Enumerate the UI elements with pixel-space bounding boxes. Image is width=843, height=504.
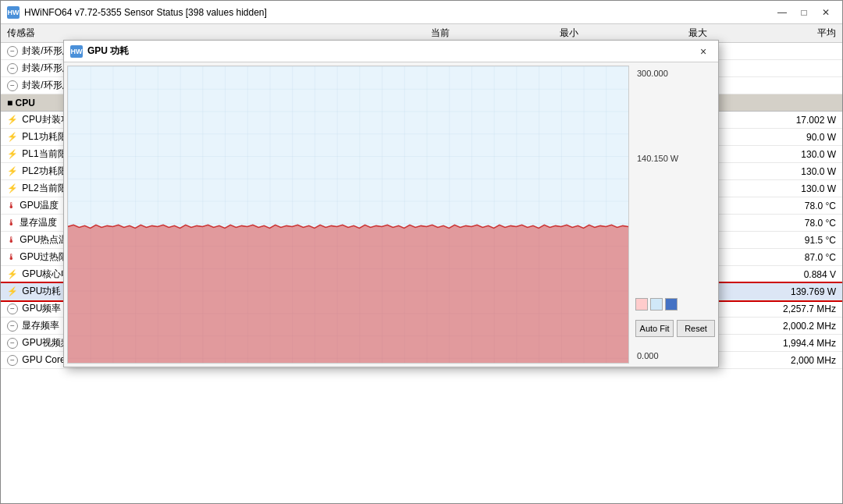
lightning-icon: ⚡ — [7, 286, 18, 296]
close-button[interactable]: ✕ — [816, 5, 836, 20]
avg-val: 139.769 W — [713, 283, 842, 300]
avg-val: 130.0 W — [713, 146, 842, 163]
avg-val — [713, 77, 842, 94]
minus-icon: − — [7, 355, 18, 366]
minimize-button[interactable]: — — [772, 5, 792, 20]
color-box-blue[interactable] — [665, 298, 678, 311]
window-title: HWiNFO64 v7.72-5355 Sensor Status [398 v… — [24, 7, 772, 18]
temp-icon: 🌡 — [7, 252, 16, 261]
lightning-icon: ⚡ — [7, 132, 18, 141]
maximize-button[interactable]: □ — [794, 5, 814, 20]
dialog-title-bar: HW GPU 功耗 × — [64, 41, 718, 62]
avg-val: 91.5 °C — [713, 232, 842, 249]
lightning-icon: ⚡ — [7, 269, 18, 279]
avg-val: 2,257.7 MHz — [713, 300, 842, 318]
minus-icon: − — [7, 321, 18, 332]
dialog-body: 300.000 140.150 W Auto Fit Reset 0.000 — [64, 62, 718, 367]
avg-val: 0.884 V — [713, 266, 842, 283]
main-window: HW HWiNFO64 v7.72-5355 Sensor Status [39… — [0, 0, 843, 504]
temp-icon: 🌡 — [7, 201, 16, 210]
dialog-title: GPU 功耗 — [87, 44, 695, 58]
col-avg: 平均 — [713, 24, 842, 43]
auto-fit-button[interactable]: Auto Fit — [635, 320, 674, 337]
avg-val: 87.0 °C — [713, 249, 842, 266]
y-axis-mid-label: 140.150 W — [635, 152, 715, 222]
avg-val: 78.0 °C — [713, 197, 842, 215]
sensor-table-area: 传感器 当前 最小 最大 平均 − 封装/环形总线过热降频 否 否 是 — [1, 24, 842, 503]
app-icon: HW — [7, 6, 20, 19]
y-axis-top-label: 300.000 — [635, 67, 715, 80]
y-axis-bottom-label: 0.000 — [635, 350, 715, 362]
minus-icon: − — [7, 46, 18, 57]
avg-val: 17.002 W — [713, 112, 842, 129]
avg-val: 130.0 W — [713, 163, 842, 180]
minus-icon: − — [7, 303, 18, 314]
minus-icon: − — [7, 338, 18, 349]
gpu-power-dialog: HW GPU 功耗 × — [63, 40, 719, 367]
lightning-icon: ⚡ — [7, 166, 18, 176]
reset-button[interactable]: Reset — [677, 320, 715, 337]
avg-val: 1,994.4 MHz — [713, 335, 842, 352]
avg-val — [713, 60, 842, 77]
temp-icon: 🌡 — [7, 235, 16, 244]
dialog-app-icon: HW — [70, 45, 83, 58]
title-bar: HW HWiNFO64 v7.72-5355 Sensor Status [39… — [1, 1, 842, 24]
chart-area — [67, 66, 629, 364]
dialog-close-button[interactable]: × — [695, 44, 712, 59]
avg-val: 90.0 W — [713, 129, 842, 146]
temp-icon: 🌡 — [7, 218, 16, 227]
dialog-action-buttons: Auto Fit Reset — [635, 320, 715, 337]
lightning-icon: ⚡ — [7, 149, 18, 158]
avg-val: 2,000.2 MHz — [713, 318, 842, 335]
avg-val — [713, 43, 842, 60]
window-controls: — □ ✕ — [772, 5, 836, 20]
color-box-pink[interactable] — [635, 298, 648, 311]
avg-val: 2,000 MHz — [713, 352, 842, 369]
avg-val: 78.0 °C — [713, 215, 842, 232]
color-box-lightblue[interactable] — [650, 298, 663, 311]
minus-icon: − — [7, 80, 18, 91]
power-chart — [68, 66, 628, 363]
minus-icon: − — [7, 63, 18, 74]
lightning-icon: ⚡ — [7, 183, 18, 193]
avg-val: 130.0 W — [713, 180, 842, 197]
lightning-icon: ⚡ — [7, 115, 18, 124]
dialog-right-panel: 300.000 140.150 W Auto Fit Reset 0.000 — [632, 62, 718, 367]
color-selector — [635, 298, 715, 311]
